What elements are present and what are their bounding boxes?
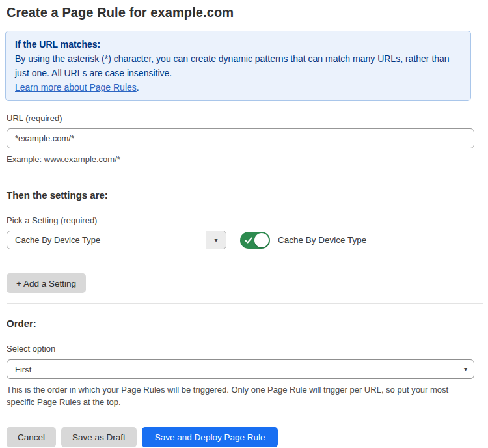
url-label: URL (required) — [7, 113, 474, 124]
footer-actions: Cancel Save as Draft Save and Deploy Pag… — [7, 427, 474, 447]
info-box-body: By using the asterisk (*) character, you… — [15, 51, 460, 80]
info-box-link-line: Learn more about Page Rules. — [15, 80, 460, 94]
info-box-heading: If the URL matches: — [15, 37, 460, 51]
setting-select-value: Cache By Device Type — [7, 235, 206, 245]
pick-setting-label: Pick a Setting (required) — [7, 216, 474, 226]
save-and-deploy-button[interactable]: Save and Deploy Page Rule — [142, 427, 278, 447]
cache-by-device-type-toggle[interactable] — [240, 232, 270, 249]
save-as-draft-button[interactable]: Save as Draft — [61, 427, 137, 447]
url-match-info-box: If the URL matches: By using the asteris… — [5, 31, 471, 101]
cancel-button[interactable]: Cancel — [7, 427, 56, 447]
divider — [7, 303, 483, 304]
toggle-knob — [254, 233, 269, 247]
settings-section-heading: Then the settings are: — [7, 189, 474, 201]
caret-down-icon: ▾ — [214, 237, 217, 244]
order-select-value: First — [7, 365, 464, 374]
page-title: Create a Page Rule for example.com — [7, 4, 474, 21]
order-section-heading: Order: — [7, 317, 474, 329]
check-icon — [245, 236, 252, 244]
url-input[interactable] — [7, 128, 474, 148]
order-helper-text: This is the order in which your Page Rul… — [7, 384, 474, 408]
setting-row: Cache By Device Type ▾ Cache By Device T… — [7, 231, 474, 249]
link-suffix-text: . — [137, 82, 139, 92]
learn-more-link[interactable]: Learn more about Page Rules — [15, 82, 137, 92]
url-helper-text: Example: www.example.com/* — [7, 153, 474, 165]
divider — [7, 176, 483, 176]
setting-select[interactable]: Cache By Device Type ▾ — [7, 231, 226, 249]
setting-select-caret-button[interactable]: ▾ — [206, 231, 226, 249]
create-page-rule-form: Create a Page Rule for example.com If th… — [0, 0, 488, 447]
toggle-label: Cache By Device Type — [278, 235, 366, 245]
divider — [7, 415, 483, 415]
order-select[interactable]: First ▾ — [7, 359, 474, 379]
select-option-label: Select option — [7, 344, 474, 354]
caret-down-icon: ▾ — [464, 366, 467, 372]
add-setting-button[interactable]: + Add a Setting — [7, 273, 86, 293]
